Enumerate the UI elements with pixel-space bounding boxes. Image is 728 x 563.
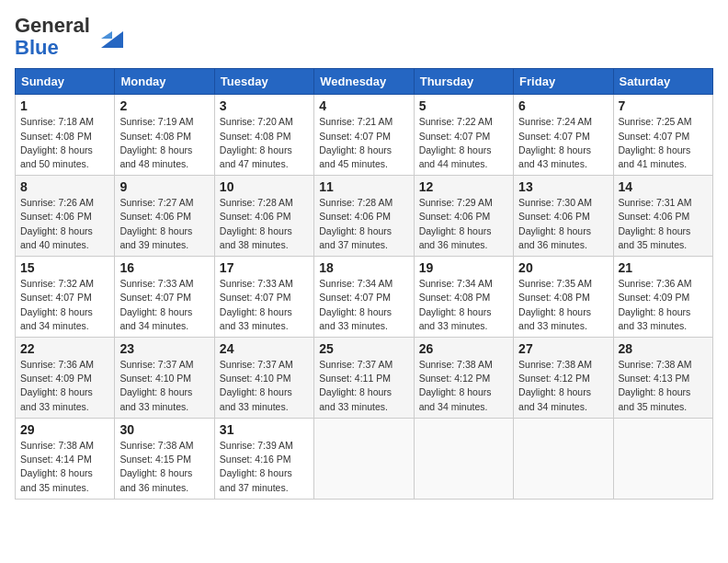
calendar-header-row: SundayMondayTuesdayWednesdayThursdayFrid… xyxy=(16,69,713,95)
logo-general: General xyxy=(15,14,90,37)
logo-icon xyxy=(94,22,123,52)
day-number: 5 xyxy=(419,98,508,113)
day-info: Sunrise: 7:36 AMSunset: 4:09 PMDaylight:… xyxy=(20,358,109,414)
day-info: Sunrise: 7:20 AMSunset: 4:08 PMDaylight:… xyxy=(220,115,309,171)
day-number: 20 xyxy=(518,260,608,275)
day-cell-28: 28Sunrise: 7:38 AMSunset: 4:13 PMDayligh… xyxy=(613,338,712,419)
day-number: 13 xyxy=(518,179,608,194)
day-cell-30: 30Sunrise: 7:38 AMSunset: 4:15 PMDayligh… xyxy=(115,418,214,499)
week-row-2: 8Sunrise: 7:26 AMSunset: 4:06 PMDaylight… xyxy=(16,176,713,257)
day-cell-1: 1Sunrise: 7:18 AMSunset: 4:08 PMDaylight… xyxy=(16,95,115,176)
week-row-5: 29Sunrise: 7:38 AMSunset: 4:14 PMDayligh… xyxy=(16,418,713,499)
calendar-table: SundayMondayTuesdayWednesdayThursdayFrid… xyxy=(15,68,713,499)
day-cell-18: 18Sunrise: 7:34 AMSunset: 4:07 PMDayligh… xyxy=(314,257,414,338)
day-info: Sunrise: 7:24 AMSunset: 4:07 PMDaylight:… xyxy=(518,115,608,171)
day-info: Sunrise: 7:33 AMSunset: 4:07 PMDaylight:… xyxy=(220,277,309,333)
day-info: Sunrise: 7:39 AMSunset: 4:16 PMDaylight:… xyxy=(220,439,309,495)
day-cell-11: 11Sunrise: 7:28 AMSunset: 4:06 PMDayligh… xyxy=(314,176,414,257)
day-number: 12 xyxy=(419,179,508,194)
logo-blue: Blue xyxy=(15,36,59,59)
day-number: 21 xyxy=(619,260,708,275)
day-number: 28 xyxy=(619,341,708,356)
day-info: Sunrise: 7:21 AMSunset: 4:07 PMDaylight:… xyxy=(319,115,408,171)
col-header-thursday: Thursday xyxy=(414,69,513,95)
day-number: 26 xyxy=(419,341,508,356)
day-info: Sunrise: 7:22 AMSunset: 4:07 PMDaylight:… xyxy=(419,115,508,171)
day-info: Sunrise: 7:18 AMSunset: 4:08 PMDaylight:… xyxy=(20,115,109,171)
day-cell-12: 12Sunrise: 7:29 AMSunset: 4:06 PMDayligh… xyxy=(414,176,513,257)
day-cell-5: 5Sunrise: 7:22 AMSunset: 4:07 PMDaylight… xyxy=(414,95,513,176)
day-cell-26: 26Sunrise: 7:38 AMSunset: 4:12 PMDayligh… xyxy=(414,338,513,419)
day-cell-21: 21Sunrise: 7:36 AMSunset: 4:09 PMDayligh… xyxy=(613,257,712,338)
day-info: Sunrise: 7:38 AMSunset: 4:13 PMDaylight:… xyxy=(619,358,708,414)
day-cell-22: 22Sunrise: 7:36 AMSunset: 4:09 PMDayligh… xyxy=(16,338,115,419)
day-number: 10 xyxy=(220,179,309,194)
day-cell-4: 4Sunrise: 7:21 AMSunset: 4:07 PMDaylight… xyxy=(314,95,414,176)
day-number: 22 xyxy=(20,341,109,356)
day-cell-8: 8Sunrise: 7:26 AMSunset: 4:06 PMDaylight… xyxy=(16,176,115,257)
day-info: Sunrise: 7:27 AMSunset: 4:06 PMDaylight:… xyxy=(119,196,209,252)
day-info: Sunrise: 7:37 AMSunset: 4:11 PMDaylight:… xyxy=(319,358,408,414)
day-cell-23: 23Sunrise: 7:37 AMSunset: 4:10 PMDayligh… xyxy=(115,338,214,419)
day-number: 15 xyxy=(20,260,109,275)
day-number: 7 xyxy=(619,98,708,113)
col-header-sunday: Sunday xyxy=(16,69,115,95)
day-number: 6 xyxy=(518,98,608,113)
day-cell-25: 25Sunrise: 7:37 AMSunset: 4:11 PMDayligh… xyxy=(314,338,414,419)
day-cell-10: 10Sunrise: 7:28 AMSunset: 4:06 PMDayligh… xyxy=(214,176,313,257)
page-header: General Blue xyxy=(15,15,713,59)
day-number: 30 xyxy=(119,422,209,437)
day-info: Sunrise: 7:38 AMSunset: 4:12 PMDaylight:… xyxy=(419,358,508,414)
day-info: Sunrise: 7:38 AMSunset: 4:14 PMDaylight:… xyxy=(20,439,109,495)
day-number: 17 xyxy=(220,260,309,275)
empty-cell xyxy=(613,418,712,499)
day-cell-29: 29Sunrise: 7:38 AMSunset: 4:14 PMDayligh… xyxy=(16,418,115,499)
day-number: 8 xyxy=(20,179,109,194)
day-number: 9 xyxy=(119,179,209,194)
day-number: 14 xyxy=(619,179,708,194)
day-info: Sunrise: 7:34 AMSunset: 4:08 PMDaylight:… xyxy=(419,277,508,333)
empty-cell xyxy=(314,418,414,499)
day-number: 24 xyxy=(220,341,309,356)
day-info: Sunrise: 7:30 AMSunset: 4:06 PMDaylight:… xyxy=(518,196,608,252)
day-number: 3 xyxy=(220,98,309,113)
day-number: 29 xyxy=(20,422,109,437)
day-cell-17: 17Sunrise: 7:33 AMSunset: 4:07 PMDayligh… xyxy=(214,257,313,338)
day-number: 2 xyxy=(119,98,209,113)
day-info: Sunrise: 7:37 AMSunset: 4:10 PMDaylight:… xyxy=(119,358,209,414)
day-info: Sunrise: 7:37 AMSunset: 4:10 PMDaylight:… xyxy=(220,358,309,414)
logo-text: General Blue xyxy=(15,15,90,59)
day-cell-20: 20Sunrise: 7:35 AMSunset: 4:08 PMDayligh… xyxy=(514,257,613,338)
week-row-1: 1Sunrise: 7:18 AMSunset: 4:08 PMDaylight… xyxy=(16,95,713,176)
day-info: Sunrise: 7:38 AMSunset: 4:15 PMDaylight:… xyxy=(119,439,209,495)
week-row-3: 15Sunrise: 7:32 AMSunset: 4:07 PMDayligh… xyxy=(16,257,713,338)
empty-cell xyxy=(514,418,613,499)
col-header-monday: Monday xyxy=(115,69,214,95)
day-cell-3: 3Sunrise: 7:20 AMSunset: 4:08 PMDaylight… xyxy=(214,95,313,176)
day-cell-31: 31Sunrise: 7:39 AMSunset: 4:16 PMDayligh… xyxy=(214,418,313,499)
day-number: 4 xyxy=(319,98,408,113)
day-cell-16: 16Sunrise: 7:33 AMSunset: 4:07 PMDayligh… xyxy=(115,257,214,338)
day-info: Sunrise: 7:35 AMSunset: 4:08 PMDaylight:… xyxy=(518,277,608,333)
day-info: Sunrise: 7:32 AMSunset: 4:07 PMDaylight:… xyxy=(20,277,109,333)
day-cell-13: 13Sunrise: 7:30 AMSunset: 4:06 PMDayligh… xyxy=(514,176,613,257)
svg-marker-1 xyxy=(101,31,112,39)
day-info: Sunrise: 7:33 AMSunset: 4:07 PMDaylight:… xyxy=(119,277,209,333)
day-number: 11 xyxy=(319,179,408,194)
day-info: Sunrise: 7:26 AMSunset: 4:06 PMDaylight:… xyxy=(20,196,109,252)
day-number: 19 xyxy=(419,260,508,275)
day-cell-14: 14Sunrise: 7:31 AMSunset: 4:06 PMDayligh… xyxy=(613,176,712,257)
col-header-saturday: Saturday xyxy=(613,69,712,95)
day-cell-15: 15Sunrise: 7:32 AMSunset: 4:07 PMDayligh… xyxy=(16,257,115,338)
week-row-4: 22Sunrise: 7:36 AMSunset: 4:09 PMDayligh… xyxy=(16,338,713,419)
col-header-tuesday: Tuesday xyxy=(214,69,313,95)
day-info: Sunrise: 7:28 AMSunset: 4:06 PMDaylight:… xyxy=(220,196,309,252)
day-number: 18 xyxy=(319,260,408,275)
day-cell-9: 9Sunrise: 7:27 AMSunset: 4:06 PMDaylight… xyxy=(115,176,214,257)
col-header-wednesday: Wednesday xyxy=(314,69,414,95)
day-cell-7: 7Sunrise: 7:25 AMSunset: 4:07 PMDaylight… xyxy=(613,95,712,176)
day-number: 31 xyxy=(220,422,309,437)
day-info: Sunrise: 7:38 AMSunset: 4:12 PMDaylight:… xyxy=(518,358,608,414)
day-number: 23 xyxy=(119,341,209,356)
day-number: 1 xyxy=(20,98,109,113)
